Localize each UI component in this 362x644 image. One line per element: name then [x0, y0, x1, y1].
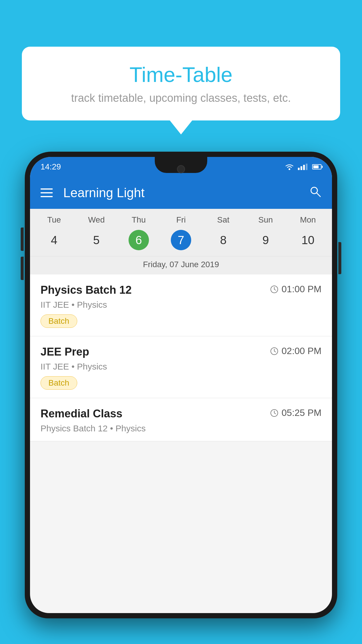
date-10[interactable]: 10 [287, 228, 329, 255]
wifi-icon [284, 163, 294, 170]
schedule-item[interactable]: Physics Batch 12 01:00 PM IIT JEE • Phys… [30, 274, 332, 336]
date-6-today[interactable]: 6 [129, 230, 149, 250]
bubble-title: Time-Table [39, 63, 323, 87]
date-7[interactable]: 7 [160, 228, 202, 255]
clock-icon [270, 285, 279, 294]
date-9[interactable]: 9 [245, 228, 287, 255]
schedule-item-time: 01:00 PM [270, 284, 321, 295]
calendar-days-row: Tue Wed Thu Fri Sat Sun Mon [30, 215, 332, 228]
bubble-subtitle: track timetable, upcoming classes, tests… [39, 92, 323, 104]
schedule-item-time: 05:25 PM [270, 407, 321, 418]
volume-down-button [21, 257, 24, 280]
day-wed[interactable]: Wed [75, 215, 117, 228]
svg-line-8 [274, 351, 276, 352]
day-tue[interactable]: Tue [33, 215, 75, 228]
batch-tag: Batch [41, 314, 77, 328]
front-camera [177, 165, 185, 173]
date-5[interactable]: 5 [75, 228, 117, 255]
clock-icon [270, 347, 279, 356]
date-6[interactable]: 6 [117, 228, 160, 255]
phone-body: 14:29 [25, 152, 337, 618]
day-thu[interactable]: Thu [117, 215, 160, 228]
svg-line-5 [274, 289, 276, 290]
schedule-item-subject: Physics Batch 12 • Physics [41, 424, 321, 433]
hamburger-menu-button[interactable] [41, 188, 53, 197]
phone-mockup: 14:29 [25, 152, 337, 644]
app-bar: Learning Light [30, 177, 332, 209]
schedule-item-header: Remedial Class 05:25 PM [41, 407, 321, 420]
schedule-item-title: Remedial Class [41, 407, 122, 420]
speech-bubble-container: Time-Table track timetable, upcoming cla… [22, 47, 340, 120]
volume-up-button [21, 228, 24, 251]
selected-date-label: Friday, 07 June 2019 [30, 256, 332, 274]
schedule-item-header: JEE Prep 02:00 PM [41, 346, 321, 358]
schedule-item[interactable]: JEE Prep 02:00 PM IIT JEE • Physics Batc… [30, 336, 332, 398]
status-icons [284, 163, 321, 170]
phone-notch [155, 157, 207, 173]
day-sun[interactable]: Sun [245, 215, 287, 228]
day-sat[interactable]: Sat [202, 215, 245, 228]
speech-bubble: Time-Table track timetable, upcoming cla… [22, 47, 340, 120]
schedule-item-title: JEE Prep [41, 346, 89, 358]
day-mon[interactable]: Mon [287, 215, 329, 228]
signal-icon [298, 164, 307, 170]
date-7-selected[interactable]: 7 [171, 230, 191, 250]
schedule-item-title: Physics Batch 12 [41, 284, 132, 296]
schedule-item-header: Physics Batch 12 01:00 PM [41, 284, 321, 296]
date-4[interactable]: 4 [33, 228, 75, 255]
schedule-list: Physics Batch 12 01:00 PM IIT JEE • Phys… [30, 274, 332, 441]
battery-icon [312, 164, 321, 169]
schedule-item-subject: IIT JEE • Physics [41, 300, 321, 310]
search-button[interactable] [309, 185, 321, 201]
schedule-item-time: 02:00 PM [270, 346, 321, 356]
day-fri[interactable]: Fri [160, 215, 202, 228]
clock-icon [270, 409, 279, 417]
status-time: 14:29 [41, 162, 61, 172]
svg-point-0 [289, 168, 290, 170]
batch-tag: Batch [41, 376, 77, 390]
date-8[interactable]: 8 [202, 228, 245, 255]
app-bar-title: Learning Light [63, 186, 309, 200]
phone-screen: 14:29 [30, 157, 332, 613]
calendar-header: Tue Wed Thu Fri Sat Sun Mon 4 5 6 7 [30, 209, 332, 274]
calendar-dates-row: 4 5 6 7 8 9 10 [30, 228, 332, 255]
power-button [338, 242, 341, 274]
svg-line-2 [317, 193, 320, 197]
schedule-item-subject: IIT JEE • Physics [41, 362, 321, 372]
schedule-item[interactable]: Remedial Class 05:25 PM Physics Batch 12… [30, 398, 332, 441]
svg-line-11 [274, 413, 276, 414]
